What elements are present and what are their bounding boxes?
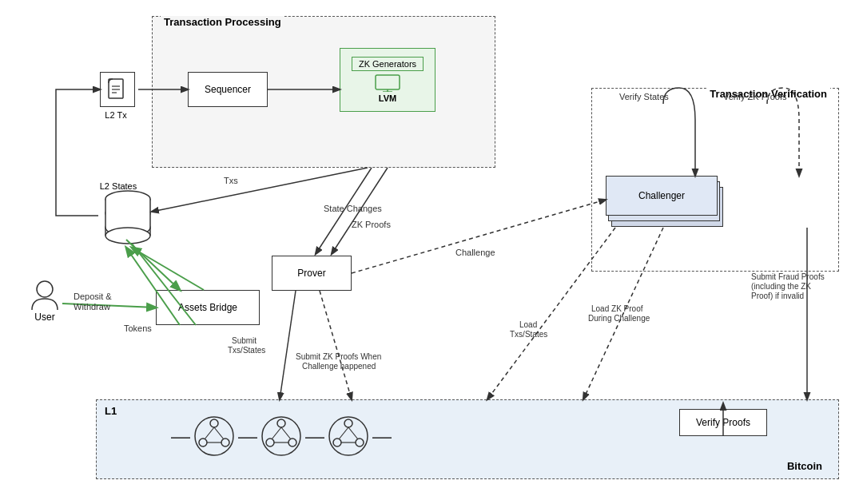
svg-point-23 xyxy=(277,419,285,427)
svg-point-16 xyxy=(210,419,218,427)
tp-label: Transaction Processing xyxy=(161,16,284,28)
svg-text:Withdraw: Withdraw xyxy=(74,302,110,312)
svg-text:Txs: Txs xyxy=(224,176,238,185)
svg-text:Submit Fraud Proofs: Submit Fraud Proofs xyxy=(751,272,825,281)
svg-text:Deposit &: Deposit & xyxy=(74,292,112,301)
svg-point-15 xyxy=(195,417,233,455)
svg-point-29 xyxy=(329,417,368,455)
svg-line-34 xyxy=(348,427,358,439)
svg-rect-4 xyxy=(376,75,400,89)
svg-text:Load: Load xyxy=(519,320,537,329)
verify-proofs-node: Verify Proofs xyxy=(679,409,767,436)
zk-generators-label: ZK Generators xyxy=(352,57,424,71)
svg-line-55 xyxy=(320,291,352,399)
svg-line-38 xyxy=(152,168,368,212)
svg-point-31 xyxy=(333,439,341,446)
svg-text:Challenge happened: Challenge happened xyxy=(302,362,376,371)
svg-text:Challenge: Challenge xyxy=(455,248,495,257)
tv-label: Transaction Verification xyxy=(706,88,830,100)
svg-rect-10 xyxy=(105,199,150,228)
svg-line-42 xyxy=(332,168,388,254)
svg-line-26 xyxy=(272,427,281,439)
svg-text:Tokens: Tokens xyxy=(124,323,152,333)
l2tx-label: L2 Tx xyxy=(93,110,138,120)
svg-line-27 xyxy=(281,427,291,439)
svg-line-44 xyxy=(62,304,156,308)
svg-point-13 xyxy=(105,228,150,244)
svg-line-20 xyxy=(214,427,224,439)
l2tx-node xyxy=(100,72,135,107)
svg-text:(including the ZK: (including the ZK xyxy=(751,282,811,291)
svg-line-58 xyxy=(352,200,606,273)
blockchain-icons: — — — xyxy=(168,415,395,457)
diagram-container: Transaction Processing Transaction Verif… xyxy=(8,8,855,496)
l2states-node xyxy=(100,188,156,254)
svg-text:Txs/States: Txs/States xyxy=(228,346,265,355)
svg-line-52 xyxy=(280,291,296,399)
svg-point-24 xyxy=(266,439,274,446)
l1-label: L1 xyxy=(105,405,117,417)
svg-rect-0 xyxy=(109,79,123,98)
bitcoin-label: Bitcoin xyxy=(787,460,822,472)
svg-point-17 xyxy=(199,439,207,446)
svg-text:State Changes: State Changes xyxy=(324,204,382,213)
sequencer-node: Sequencer xyxy=(188,72,268,107)
svg-text:During Challenge: During Challenge xyxy=(588,314,650,323)
svg-line-33 xyxy=(339,427,348,439)
svg-text:Submit ZK Proofs When: Submit ZK Proofs When xyxy=(296,352,381,361)
svg-line-19 xyxy=(205,427,214,439)
lvm-node: ZK Generators LVM xyxy=(340,48,435,112)
svg-text:Txs/States: Txs/States xyxy=(510,330,547,339)
prover-node: Prover xyxy=(272,256,352,291)
svg-point-18 xyxy=(221,439,229,446)
svg-text:Proof) if invalid: Proof) if invalid xyxy=(751,292,804,300)
svg-line-40 xyxy=(316,168,372,254)
svg-point-30 xyxy=(344,419,352,427)
l2states-label: L2 States xyxy=(86,181,150,191)
svg-point-14 xyxy=(37,281,53,297)
svg-text:Load ZK Proof: Load ZK Proof xyxy=(591,304,643,313)
assets-bridge-node: Assets Bridge xyxy=(156,290,260,325)
svg-text:ZK Proofs: ZK Proofs xyxy=(352,220,391,229)
svg-point-22 xyxy=(262,417,300,455)
svg-point-32 xyxy=(356,439,364,446)
svg-text:Submit: Submit xyxy=(232,336,257,345)
user-node: User xyxy=(30,280,59,323)
svg-point-25 xyxy=(288,439,296,446)
